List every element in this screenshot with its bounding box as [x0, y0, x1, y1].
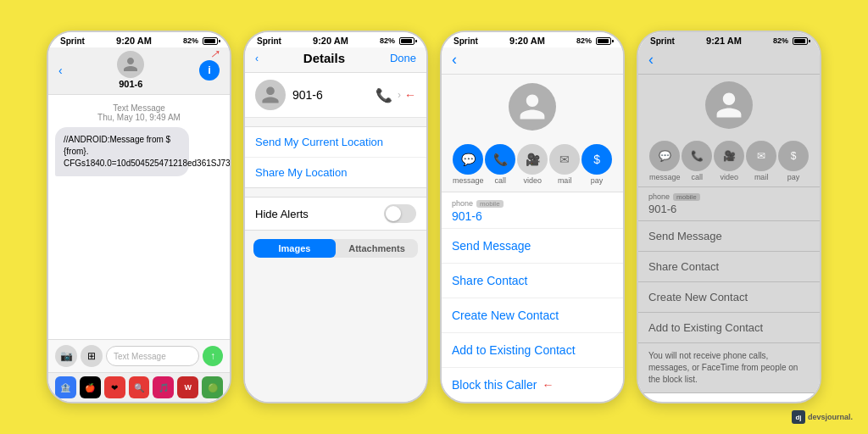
time-4: 9:21 AM: [706, 36, 742, 46]
chevron-right-2: ›: [398, 89, 401, 101]
app-icon-7[interactable]: 🟢: [202, 376, 223, 398]
add-existing-4: Add to Existing Contact: [638, 313, 820, 343]
create-contact-3[interactable]: Create New Contact: [442, 298, 623, 333]
contact-nav: ‹: [442, 47, 623, 75]
info-section-4: phone mobile 901-6 Send Message Share Co…: [638, 187, 820, 403]
contact-info-1[interactable]: 901-6: [117, 51, 144, 89]
carrier-1: Sprint: [60, 36, 85, 46]
icons-3: 82%: [576, 36, 611, 45]
carrier-4: Sprint: [650, 36, 675, 46]
back-button-4[interactable]: ‹: [648, 51, 654, 69]
battery-text-4: 82%: [773, 36, 788, 45]
mail-action-4[interactable]: ✉ mail: [746, 141, 776, 181]
icons-4: 82%: [773, 36, 808, 45]
phone-field-label-3: phone mobile: [442, 192, 623, 209]
video-label: video: [523, 176, 542, 185]
block-caller-3[interactable]: Block this Caller ←: [442, 368, 623, 402]
add-existing-3[interactable]: Add to Existing Contact: [442, 333, 623, 368]
tab-images[interactable]: Images: [253, 239, 336, 258]
app-icon-1[interactable]: 🏦: [55, 376, 76, 398]
message-label: message: [453, 176, 484, 185]
call-icon-4: 📞: [682, 141, 712, 171]
carrier-2: Sprint: [257, 36, 281, 46]
contact-name-1: 901-6: [117, 79, 144, 89]
hide-alerts-toggle[interactable]: [384, 204, 416, 223]
details-content: 901-6 📞 › ← Send My Current Location Sha…: [245, 73, 426, 402]
video-label-4: video: [720, 173, 738, 181]
hide-alerts-label: Hide Alerts: [255, 208, 309, 220]
phone-messages: Sprint 9:20 AM 82% ‹ 901-6 i → Text Mess…: [47, 31, 231, 403]
avatar-large-3: [509, 83, 556, 131]
msg-timestamp: Text MessageThu, May 10, 9:49 AM: [55, 103, 223, 122]
done-button[interactable]: Done: [390, 52, 416, 64]
call-action-4[interactable]: 📞 call: [682, 141, 712, 181]
avatar-2: [255, 80, 286, 110]
pay-icon-4: $: [778, 141, 809, 171]
share-location-item[interactable]: Share My Location: [245, 158, 426, 187]
send-message-3[interactable]: Send Message: [442, 229, 623, 264]
video-action[interactable]: 🎥 video: [517, 144, 548, 185]
call-label: call: [495, 176, 507, 185]
phone-number-3[interactable]: 901-6: [442, 209, 623, 229]
app-icon-4[interactable]: 🔍: [129, 376, 150, 398]
pay-action[interactable]: $ pay: [581, 144, 612, 185]
contact-name-2: 901-6: [292, 88, 376, 102]
mail-icon-4: ✉: [746, 141, 776, 171]
app-icon-2[interactable]: 🍎: [80, 376, 101, 398]
status-bar-3: Sprint 9:20 AM 82%: [442, 32, 623, 47]
contact-row-2: 901-6 📞 › ←: [245, 73, 426, 118]
location-section: Send My Current Location Share My Locati…: [245, 126, 426, 188]
call-icon: 📞: [485, 144, 515, 175]
send-location-item[interactable]: Send My Current Location: [245, 127, 426, 158]
phone-details: Sprint 9:20 AM 82% ‹ Details Done 901-6 …: [243, 31, 428, 403]
dj-logo: dj: [792, 410, 805, 424]
mail-icon: ✉: [549, 144, 580, 175]
pay-label-4: pay: [787, 173, 800, 181]
send-button[interactable]: ↑: [203, 346, 223, 366]
app-icon-3[interactable]: ❤: [104, 376, 125, 398]
message-action[interactable]: 💬 message: [453, 144, 484, 185]
status-bar-4: Sprint 9:21 AM 82%: [638, 32, 820, 47]
phone-number-4: 901-6: [638, 203, 820, 221]
camera-button[interactable]: 📷: [55, 345, 77, 367]
message-label-4: message: [649, 173, 681, 181]
video-icon-4: 🎥: [714, 141, 744, 171]
phone-block-confirm: Sprint 9:21 AM 82% ‹ 💬 message 📞 call: [637, 31, 821, 403]
share-contact-4: Share Contact: [638, 252, 820, 282]
pay-icon: $: [581, 144, 612, 175]
mail-action[interactable]: ✉ mail: [549, 144, 580, 185]
text-input[interactable]: Text Message: [106, 346, 199, 366]
messages-nav: ‹ 901-6 i →: [48, 47, 230, 95]
share-contact-3[interactable]: Share Contact: [442, 264, 623, 298]
app-icon-6[interactable]: W: [177, 376, 198, 398]
call-action[interactable]: 📞 call: [485, 144, 515, 185]
back-button-1[interactable]: ‹: [58, 64, 63, 77]
pay-action-4[interactable]: $ pay: [778, 141, 809, 181]
apps-button[interactable]: ⊞: [81, 345, 103, 367]
message-action-4[interactable]: 💬 message: [649, 141, 681, 181]
phone-icon-2[interactable]: 📞: [376, 87, 392, 103]
site-name: devsjournal.: [808, 413, 853, 421]
hide-alerts-row: Hide Alerts: [245, 197, 426, 231]
back-button-3[interactable]: ‹: [452, 51, 457, 69]
battery-icon-2: [399, 37, 415, 45]
message-input-area: 📷 ⊞ Text Message ↑: [48, 339, 230, 372]
time-2: 9:20 AM: [313, 36, 348, 46]
battery-text-2: 82%: [380, 36, 395, 45]
contact-header-3: [442, 75, 623, 137]
status-bar-1: Sprint 9:20 AM 82%: [48, 32, 230, 47]
tab-attachments[interactable]: Attachments: [336, 239, 418, 258]
phone-contact-options: Sprint 9:20 AM 82% ‹ 💬 message 📞 call: [440, 31, 625, 403]
info-section-3: phone mobile 901-6 Send Message Share Co…: [442, 192, 623, 402]
message-icon-4: 💬: [649, 141, 680, 171]
action-row-4: 💬 message 📞 call 🎥 video ✉ mail $ pay: [638, 136, 820, 187]
send-message-4: Send Message: [638, 221, 820, 252]
app-icon-5[interactable]: 🎵: [153, 376, 174, 398]
video-action-4[interactable]: 🎥 video: [714, 141, 744, 181]
media-tabs: Images Attachments: [253, 239, 418, 258]
status-bar-2: Sprint 9:20 AM 82%: [245, 32, 426, 47]
phone-badge-3: mobile: [476, 200, 504, 208]
back-button-2[interactable]: ‹: [255, 53, 259, 64]
battery-text-1: 82%: [183, 36, 198, 45]
time-3: 9:20 AM: [509, 36, 545, 46]
